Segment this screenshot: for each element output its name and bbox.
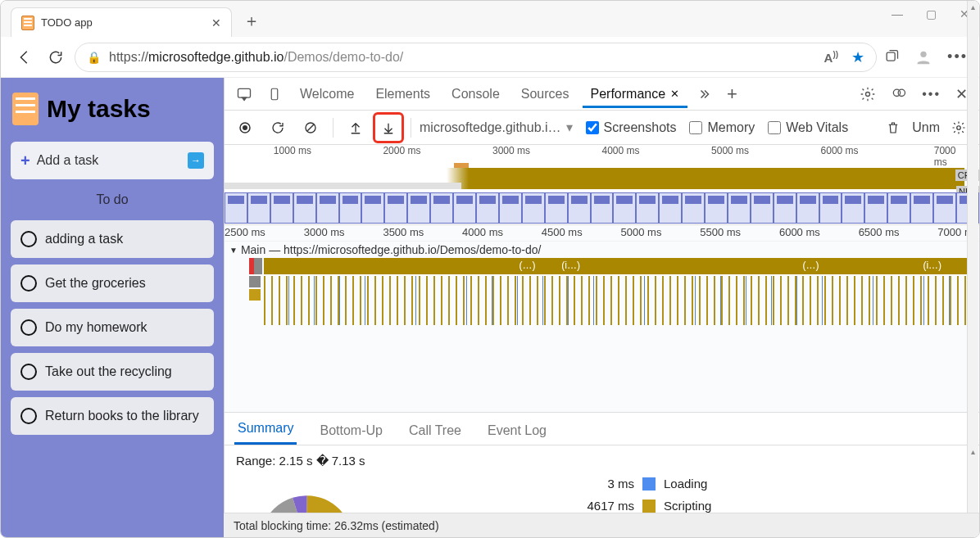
screenshot-thumb (705, 192, 728, 224)
feedback-icon[interactable] (886, 83, 912, 106)
memory-checkbox[interactable]: Memory (689, 120, 755, 135)
details-tabstrip: SummaryBottom-UpCall TreeEvent Log (225, 413, 979, 445)
checkbox-icon[interactable] (20, 408, 37, 424)
settings-icon[interactable] (855, 83, 881, 106)
plus-icon: + (20, 151, 30, 170)
address-bar: 🔒 https://microsoftedge.github.io/Demos/… (1, 37, 979, 78)
screenshot-thumb (842, 192, 864, 224)
legend-swatch (642, 500, 656, 513)
devtools-tab-performance[interactable]: Performance✕ (583, 80, 688, 108)
throttle-label[interactable]: Unm (912, 120, 940, 135)
screenshot-thumb (796, 192, 819, 224)
flame-chart[interactable]: 2500 ms3000 ms3500 ms4000 ms4500 ms5000 … (225, 225, 979, 413)
ruler-tick: 2000 ms (383, 145, 420, 156)
ruler-tick: 2500 ms (225, 226, 265, 238)
screenshot-thumb (910, 192, 933, 224)
screenshot-thumb (568, 192, 591, 224)
checkbox-icon[interactable] (20, 231, 37, 247)
overflow-tabs-icon[interactable] (692, 84, 717, 105)
devtools-tab-welcome[interactable]: Welcome (292, 80, 362, 108)
task-label: Do my homework (45, 320, 147, 335)
screenshot-thumb (225, 192, 247, 224)
flame-scrollbar[interactable]: ▴▾ (967, 225, 978, 413)
section-heading: To do (11, 188, 214, 212)
task-item[interactable]: adding a task (11, 220, 214, 258)
add-task-button[interactable]: + Add a task → (11, 142, 214, 179)
browser-tab[interactable]: TODO app ✕ (11, 7, 232, 37)
ruler-tick: 3000 ms (492, 145, 530, 156)
screenshot-thumb (316, 192, 339, 224)
url-field[interactable]: 🔒 https://microsoftedge.github.io/Demos/… (75, 43, 877, 72)
devtools-tab-elements[interactable]: Elements (367, 80, 438, 108)
screenshot-thumb (499, 192, 522, 224)
task-item[interactable]: Get the groceries (11, 264, 214, 302)
delete-profile-button[interactable] (879, 114, 907, 142)
svg-point-1 (920, 51, 926, 57)
back-button[interactable] (12, 45, 37, 70)
submit-icon[interactable]: → (188, 152, 204, 169)
close-tab-icon[interactable]: ✕ (211, 16, 221, 29)
webvitals-checkbox[interactable]: Web Vitals (768, 120, 848, 135)
profile-icon[interactable] (914, 48, 932, 66)
ruler-tick: 5000 ms (711, 145, 749, 156)
favorite-icon[interactable]: ★ (851, 48, 864, 66)
screenshot-strip (225, 192, 979, 224)
screenshot-thumb (453, 192, 476, 224)
screenshot-thumb (682, 192, 705, 224)
details-tab-call-tree[interactable]: Call Tree (406, 417, 465, 445)
devtools-tab-sources[interactable]: Sources (513, 80, 578, 108)
screenshot-thumb (728, 192, 751, 224)
ruler-tick: 3000 ms (304, 226, 345, 238)
more-icon[interactable]: ••• (947, 48, 968, 66)
details-tab-bottom-up[interactable]: Bottom-Up (316, 417, 385, 445)
task-label: Get the groceries (45, 276, 146, 291)
screenshot-thumb (887, 192, 910, 224)
screenshots-checkbox[interactable]: Screenshots (586, 120, 677, 135)
svg-point-6 (898, 89, 905, 96)
screenshot-thumb (751, 192, 774, 224)
svg-rect-3 (271, 88, 278, 100)
checkbox-icon[interactable] (20, 275, 37, 292)
screenshot-thumb (247, 192, 270, 224)
tab-title: TODO app (41, 16, 205, 29)
read-aloud-icon[interactable]: A)) (824, 50, 839, 65)
devtools-more-icon[interactable]: ••• (917, 84, 946, 105)
browser-titlebar: TODO app ✕ ＋ — ▢ ✕ (1, 1, 979, 37)
task-label: adding a task (45, 232, 123, 246)
add-panel-icon[interactable]: + (722, 80, 742, 108)
dropdown-icon[interactable]: ▾ (566, 120, 573, 135)
refresh-button[interactable] (43, 45, 68, 70)
clipboard-icon (12, 93, 39, 125)
task-item[interactable]: Take out the recycling (11, 353, 214, 391)
new-tab-button[interactable]: ＋ (238, 5, 265, 37)
maximize-icon[interactable]: ▢ (926, 7, 937, 20)
details-tab-event-log[interactable]: Event Log (484, 417, 550, 445)
main-thread-label[interactable]: ▼Main — https://microsoftedge.github.io/… (225, 242, 979, 258)
task-item[interactable]: Return books to the library (11, 397, 214, 435)
overview-timeline[interactable]: 1000 ms2000 ms3000 ms4000 ms5000 ms6000 … (225, 145, 979, 225)
ruler-tick: 5500 ms (700, 226, 741, 238)
task-label: Return books to the library (45, 409, 199, 423)
screenshot-thumb (430, 192, 453, 224)
minimize-icon[interactable]: — (892, 7, 903, 20)
task-label: Take out the recycling (45, 364, 172, 379)
collections-icon[interactable] (883, 49, 900, 66)
details-tab-summary[interactable]: Summary (234, 414, 297, 445)
upload-profile-button[interactable] (342, 114, 370, 142)
clear-button[interactable] (297, 114, 324, 142)
inspect-icon[interactable] (231, 83, 257, 106)
device-icon[interactable] (262, 83, 287, 106)
ruler-tick: 1000 ms (274, 145, 311, 156)
profile-selector[interactable]: microsoftedge.github.i… (420, 120, 561, 135)
download-profile-button[interactable] (374, 114, 402, 142)
checkbox-icon[interactable] (20, 364, 37, 380)
favicon-icon (21, 16, 34, 30)
range-text: Range: 2.15 s � 7.13 s (236, 454, 968, 468)
reload-record-button[interactable] (264, 114, 292, 142)
cpu-graph (225, 168, 964, 189)
record-button[interactable] (231, 114, 259, 142)
close-tab-icon[interactable]: ✕ (670, 88, 679, 100)
devtools-tab-console[interactable]: Console (443, 80, 508, 108)
checkbox-icon[interactable] (20, 319, 37, 336)
task-item[interactable]: Do my homework (11, 309, 214, 346)
